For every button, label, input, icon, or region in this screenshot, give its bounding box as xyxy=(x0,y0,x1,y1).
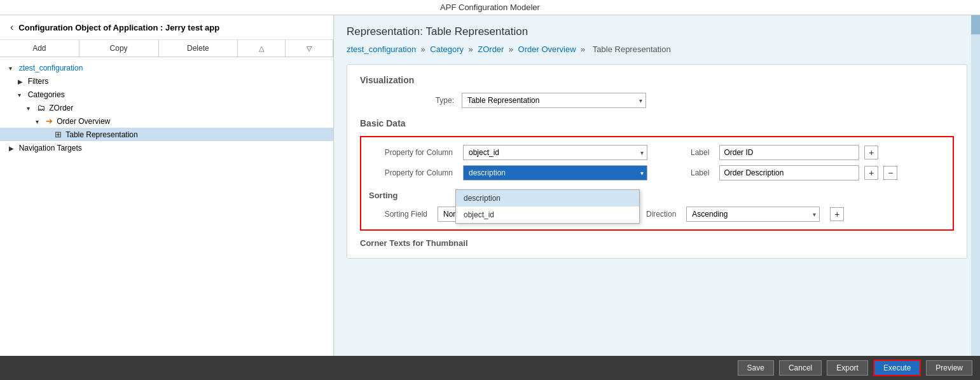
label-field-label-2: Label xyxy=(691,168,709,177)
sorting-field-label: Sorting Field xyxy=(369,210,432,219)
tree-item-label: ZOrder xyxy=(49,104,73,112)
main-section-card: Visualization Type: Table Representation… xyxy=(347,64,967,259)
direction-label: Direction xyxy=(646,210,676,219)
toolbar: Add Copy Delete △ ▽ xyxy=(0,40,333,57)
corner-texts-header: Corner Texts for Thumbnail xyxy=(360,238,954,248)
breadcrumb-sep: » xyxy=(468,44,475,54)
label-input-2[interactable] xyxy=(719,165,859,180)
breadcrumb-item-4[interactable]: Order Overview xyxy=(518,44,576,54)
move-up-button[interactable]: △ xyxy=(238,40,286,57)
prop-select-wrapper-1: object_id description ▾ xyxy=(463,145,647,160)
dir-select-wrapper: Ascending Descending ▾ xyxy=(686,207,820,222)
breadcrumb-item-2[interactable]: Category xyxy=(430,44,464,54)
left-panel: ‹ Configuration Object of Application : … xyxy=(0,15,334,356)
toggle-icon: ▾ xyxy=(9,65,17,72)
table-icon: ⊞ xyxy=(55,130,62,139)
property-dropdown-menu: description object_id xyxy=(455,189,640,224)
breadcrumb-item-5: Table Representation xyxy=(593,44,671,54)
tree-item-ztest-config[interactable]: ▾ ztest_configuration xyxy=(0,61,333,74)
representation-title: Representation: Table Representation xyxy=(347,25,967,38)
tree-item-table-rep[interactable]: ⊞ Table Representation xyxy=(0,128,333,141)
app-title: APF Configuration Modeler xyxy=(440,3,540,12)
basic-data-section: Basic Data Property for Column object_id… xyxy=(360,118,954,231)
preview-button[interactable]: Preview xyxy=(926,360,972,376)
left-panel-header-area: ‹ Configuration Object of Application : … xyxy=(0,15,333,40)
export-button[interactable]: Export xyxy=(827,360,868,376)
toggle-icon xyxy=(45,132,52,139)
copy-button[interactable]: Copy xyxy=(79,40,159,57)
tree-item-label: Categories xyxy=(28,90,65,99)
property-column-select-1[interactable]: object_id description xyxy=(463,145,647,160)
add-button[interactable]: Add xyxy=(0,40,79,57)
folder-icon: 🗂 xyxy=(37,103,45,112)
breadcrumb: ztest_configuration » Category » ZOrder … xyxy=(347,44,967,54)
property-column-select-2[interactable]: description object_id xyxy=(463,165,647,180)
prop-select-wrapper-2: description object_id ▾ xyxy=(463,165,647,180)
visualization-type-row: Type: Table Representation ▾ xyxy=(360,93,954,108)
toggle-icon: ▶ xyxy=(9,145,17,152)
scrollbar[interactable] xyxy=(971,15,980,356)
breadcrumb-sep: » xyxy=(420,44,427,54)
prop-label-1: Property for Column xyxy=(369,148,458,157)
type-label: Type: xyxy=(360,96,462,105)
breadcrumb-item-1[interactable]: ztest_configuration xyxy=(347,44,416,54)
breadcrumb-sep: » xyxy=(581,44,588,54)
tree-item-categories[interactable]: ▾ Categories xyxy=(0,88,333,101)
tree-view: ▾ ztest_configuration ▶ Filters ▾ Catego… xyxy=(0,57,333,356)
tree-item-order-overview[interactable]: ▾ ➔ Order Overview xyxy=(0,114,333,128)
right-panel-content: Representation: Table Representation zte… xyxy=(334,15,980,356)
tree-item-nav-targets[interactable]: ▶ Navigation Targets xyxy=(0,141,333,154)
remove-row-button-2[interactable]: − xyxy=(883,166,897,180)
tree-item-label: Table Representation xyxy=(66,130,137,139)
add-sorting-button[interactable]: + xyxy=(830,207,844,221)
tree-item-label: Filters xyxy=(28,77,49,86)
property-row-2: Property for Column description object_i… xyxy=(369,165,945,180)
breadcrumb-item-3[interactable]: ZOrder xyxy=(478,44,504,54)
tree-item-zorder[interactable]: ▾ 🗂 ZOrder xyxy=(0,101,333,114)
dropdown-item-description[interactable]: description xyxy=(456,190,639,207)
dropdown-item-object-id[interactable]: object_id xyxy=(456,207,639,223)
tree-item-label: Order Overview xyxy=(57,117,110,126)
main-area: ‹ Configuration Object of Application : … xyxy=(0,15,980,356)
label-field-label-1: Label xyxy=(691,148,709,157)
breadcrumb-sep: » xyxy=(509,44,516,54)
tree-item-label: Navigation Targets xyxy=(19,144,82,153)
type-select-wrapper: Table Representation ▾ xyxy=(462,93,646,108)
delete-button[interactable]: Delete xyxy=(159,40,238,57)
property-row-1: Property for Column object_id descriptio… xyxy=(369,145,945,160)
scroll-thumb xyxy=(971,15,980,34)
config-object-title: Configuration Object of Application : Je… xyxy=(18,23,219,32)
visualization-header: Visualization xyxy=(360,75,954,85)
toggle-icon: ▾ xyxy=(18,92,25,98)
cancel-button[interactable]: Cancel xyxy=(779,360,822,376)
direction-select[interactable]: Ascending Descending xyxy=(686,207,820,222)
move-down-button[interactable]: ▽ xyxy=(286,40,333,57)
prop-label-2: Property for Column xyxy=(369,168,458,177)
basic-data-red-border: Property for Column object_id descriptio… xyxy=(360,136,954,231)
execute-button[interactable]: Execute xyxy=(873,360,921,376)
toggle-icon: ▶ xyxy=(18,78,25,85)
back-button[interactable]: ‹ xyxy=(5,19,18,36)
save-button[interactable]: Save xyxy=(738,360,774,376)
right-panel: Representation: Table Representation zte… xyxy=(334,15,980,356)
basic-data-header: Basic Data xyxy=(360,118,954,128)
toggle-icon: ▾ xyxy=(27,105,34,112)
type-select[interactable]: Table Representation xyxy=(462,93,646,108)
toggle-icon: ▾ xyxy=(36,118,43,125)
label-input-1[interactable] xyxy=(719,145,859,160)
arrow-icon: ➔ xyxy=(46,116,53,126)
add-row-button-1[interactable]: + xyxy=(864,146,878,159)
tree-item-label: ztest_configuration xyxy=(19,64,83,72)
app-title-bar: APF Configuration Modeler xyxy=(0,0,980,15)
add-row-button-2[interactable]: + xyxy=(864,166,878,180)
bottom-bar: Save Cancel Export Execute Preview xyxy=(0,356,980,380)
tree-item-filters[interactable]: ▶ Filters xyxy=(0,74,333,88)
